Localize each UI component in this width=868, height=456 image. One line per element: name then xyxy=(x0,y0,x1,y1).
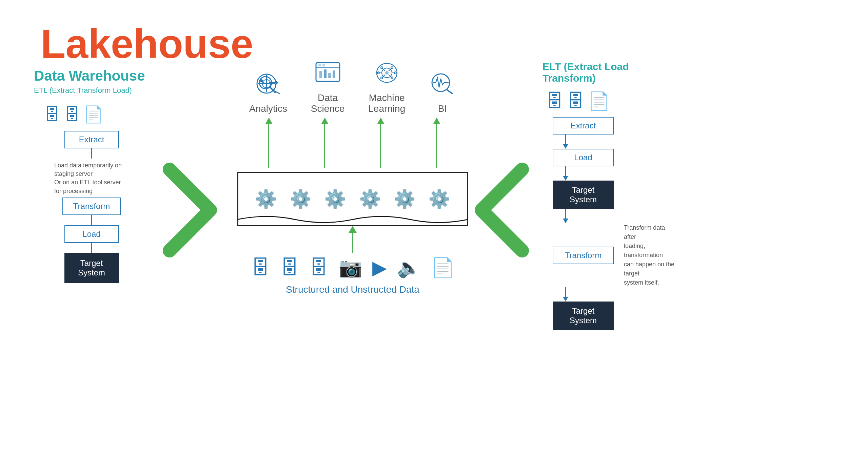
page-title: Lakehouse xyxy=(41,20,253,67)
bi-icon-group: BI xyxy=(429,72,456,114)
svg-rect-14 xyxy=(319,71,322,78)
svg-rect-13 xyxy=(322,64,325,66)
ds-document: 📄 xyxy=(431,256,455,279)
elt-flow: Extract Load TargetSystem Transform Tran… xyxy=(542,117,678,330)
svg-rect-15 xyxy=(324,69,327,78)
elt-target-2-box: TargetSystem xyxy=(553,302,614,330)
data-science-label: Data Science xyxy=(311,92,345,114)
dw-target-box: TargetSystem xyxy=(64,253,119,283)
gear-icon-1: ⚙️ xyxy=(255,189,277,209)
database-icon-2: 🗄 xyxy=(64,105,80,124)
dw-transform-box: Transform xyxy=(62,198,121,215)
elt-extract-box: Extract xyxy=(553,117,614,134)
bi-label: BI xyxy=(438,103,447,114)
arrows-up-row xyxy=(231,118,475,172)
lake-wave xyxy=(237,213,468,226)
arrow-up-4 xyxy=(433,118,440,172)
machine-learning-icon-group: Machine Learning xyxy=(368,61,405,114)
arrowline-4 xyxy=(436,124,437,168)
bi-icon xyxy=(429,72,456,101)
elt-doc: 📄 xyxy=(588,91,610,111)
elt-arrow-4 xyxy=(563,287,568,302)
ds-database-3: 🗄 xyxy=(309,256,328,279)
dw-title: Data Warehouse xyxy=(34,68,149,84)
dw-source-icons: 🗄 🗄 📄 xyxy=(44,105,149,124)
ds-database-1: 🗄 xyxy=(251,256,270,279)
database-icon-1: 🗄 xyxy=(44,105,60,124)
center-section: Analytics Data Science xyxy=(231,61,475,295)
data-warehouse-section: Data Warehouse ETL (Extract Transform Lo… xyxy=(34,68,149,283)
elt-db-1: 🗄 xyxy=(546,91,564,111)
svg-rect-12 xyxy=(318,64,321,66)
ds-audio: 🔈 xyxy=(397,256,421,279)
elt-transform-row: Transform Transform data after loading, … xyxy=(542,223,678,287)
document-icon: 📄 xyxy=(83,105,104,124)
svg-line-34 xyxy=(447,89,453,94)
source-arrow xyxy=(349,226,357,253)
elt-load-box: Load xyxy=(553,149,614,166)
data-sources-row: 🗄 🗄 🗄 📷 ▶ 🔈 📄 xyxy=(231,256,475,279)
elt-target-1-box: TargetSystem xyxy=(553,181,614,209)
dw-extract-box: Extract xyxy=(64,131,119,148)
data-lake-box: ⚙️ ⚙️ ⚙️ ⚙️ ⚙️ ⚙️ xyxy=(237,172,468,226)
arrowhead-4 xyxy=(433,118,440,124)
source-arrowline xyxy=(352,233,353,253)
elt-section: ELT (Extract Load Transform) 🗄 🗄 📄 Extra… xyxy=(542,61,678,330)
gear-icon-4: ⚙️ xyxy=(359,189,381,209)
arrow-3 xyxy=(91,243,92,253)
data-science-icon xyxy=(314,61,341,90)
source-arrowhead xyxy=(349,226,357,233)
gear-icon-5: ⚙️ xyxy=(394,189,416,209)
elt-arrow-2 xyxy=(563,166,568,181)
svg-rect-17 xyxy=(333,70,335,78)
arrowline-3 xyxy=(380,124,381,168)
svg-point-26 xyxy=(385,71,389,75)
source-arrow-container xyxy=(231,226,475,253)
dw-note: Load data temporarily on staging server … xyxy=(54,161,129,195)
arrow-1 xyxy=(91,148,92,159)
dw-subtitle: ETL (Extract Transform Load) xyxy=(34,86,149,95)
data-source-label: Structured and Unstructed Data xyxy=(231,284,475,295)
analytics-icon xyxy=(255,72,282,101)
arrowhead-3 xyxy=(377,118,384,124)
arrow-2 xyxy=(91,215,92,225)
machine-learning-label: Machine Learning xyxy=(368,92,405,114)
arrowhead-2 xyxy=(321,118,328,124)
analytics-icon-group: Analytics xyxy=(249,72,287,114)
elt-title: ELT (Extract Load Transform) xyxy=(542,61,678,84)
machine-learning-icon xyxy=(373,61,400,90)
arrowline-1 xyxy=(268,124,269,168)
svg-rect-16 xyxy=(328,73,331,78)
dw-load-box: Load xyxy=(64,225,119,243)
elt-db-2: 🗄 xyxy=(567,91,585,111)
gear-icon-6: ⚙️ xyxy=(428,189,450,209)
elt-source-icons: 🗄 🗄 📄 xyxy=(546,91,678,111)
gear-icon-2: ⚙️ xyxy=(290,189,312,209)
ds-video: ▶ xyxy=(372,256,387,279)
elt-note: Transform data after loading, transforma… xyxy=(624,223,678,287)
output-icons-row: Analytics Data Science xyxy=(231,61,475,114)
elt-arrow-1 xyxy=(563,134,568,149)
elt-transform-box: Transform xyxy=(553,247,614,264)
arrow-up-2 xyxy=(321,118,328,172)
arrow-up-3 xyxy=(377,118,384,172)
arrowhead-1 xyxy=(265,118,272,124)
arrowline-2 xyxy=(324,124,325,168)
data-science-icon-group: Data Science xyxy=(311,61,345,114)
arrow-up-1 xyxy=(265,118,272,172)
analytics-label: Analytics xyxy=(249,103,287,114)
ds-camera: 📷 xyxy=(338,256,362,279)
ds-database-2: 🗄 xyxy=(280,256,299,279)
elt-arrow-3 xyxy=(563,209,568,223)
chevron-left-icon xyxy=(468,163,529,259)
etl-flow: Extract Load data temporarily on staging… xyxy=(34,131,149,283)
gear-icon-3: ⚙️ xyxy=(324,189,346,209)
